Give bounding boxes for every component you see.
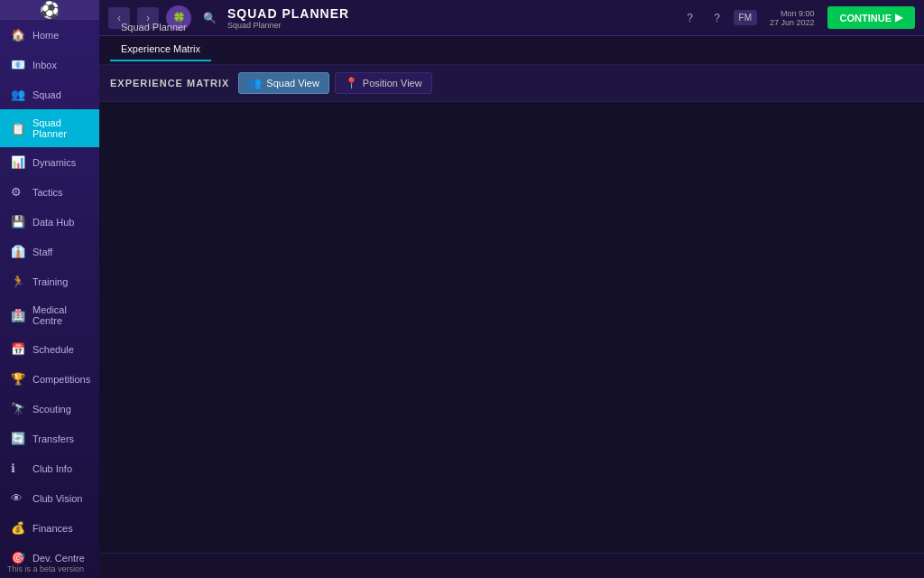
view-btn-squad[interactable]: 👥 Squad View bbox=[238, 72, 329, 94]
squad-planner-icon: 📋 bbox=[11, 122, 25, 135]
tactics-icon: ⚙ bbox=[11, 185, 25, 199]
squad-icon: 👥 bbox=[11, 88, 25, 101]
legend bbox=[99, 553, 924, 578]
sidebar-item-label-schedule: Schedule bbox=[32, 344, 74, 355]
sidebar-item-transfers[interactable]: 🔄 Transfers bbox=[0, 424, 99, 453]
help-icon-button[interactable]: ? bbox=[679, 7, 701, 29]
sidebar-item-inbox[interactable]: 📧 Inbox bbox=[0, 50, 99, 79]
sidebar-item-label-staff: Staff bbox=[32, 247, 52, 257]
player-columns bbox=[99, 102, 924, 572]
sidebar-item-dynamics[interactable]: 📊 Dynamics bbox=[0, 147, 99, 177]
dynamics-icon: 📊 bbox=[11, 155, 25, 169]
sidebar-item-label-club-info: Club Info bbox=[32, 463, 72, 474]
sidebar-item-staff[interactable]: 👔 Staff bbox=[0, 237, 99, 266]
sidebar-item-label-dynamics: Dynamics bbox=[32, 157, 76, 168]
sidebar-item-medical-centre[interactable]: 🏥 Medical Centre bbox=[0, 296, 99, 334]
sidebar-item-label-inbox: Inbox bbox=[32, 60, 57, 70]
home-icon: 🏠 bbox=[11, 28, 25, 42]
sidebar-item-label-club-vision: Club Vision bbox=[32, 493, 82, 504]
sidebar-item-label-finances: Finances bbox=[32, 523, 73, 534]
date-line2: 27 Jun 2022 bbox=[770, 18, 815, 27]
date-line1: Mon 9:00 bbox=[770, 9, 815, 18]
app-logo-icon: ⚽ bbox=[40, 0, 60, 20]
page-subtitle: Squad Planner bbox=[227, 21, 672, 30]
sidebar-item-training[interactable]: 🏃 Training bbox=[0, 266, 99, 296]
sidebar-item-squad[interactable]: 👥 Squad bbox=[0, 79, 99, 109]
sidebar-item-label-home: Home bbox=[32, 30, 59, 41]
sidebar-item-scouting[interactable]: 🔭 Scouting bbox=[0, 394, 99, 424]
finances-icon: 💰 bbox=[11, 521, 25, 535]
topbar-icons: ? ? FM Mon 9:00 27 Jun 2022 CONTINUE ▶ bbox=[679, 6, 915, 29]
transfers-icon: 🔄 bbox=[11, 432, 25, 445]
experience-matrix-header: EXPERIENCE MATRIX 👥 Squad View📍 Position… bbox=[99, 65, 924, 102]
data-hub-icon: 💾 bbox=[11, 215, 25, 228]
continue-button[interactable]: CONTINUE ▶ bbox=[827, 6, 915, 29]
medical-centre-icon: 🏥 bbox=[11, 309, 25, 322]
competitions-icon: 🏆 bbox=[11, 372, 25, 386]
page-title: SQUAD PLANNER bbox=[227, 6, 672, 21]
sidebar-item-label-data-hub: Data Hub bbox=[32, 217, 74, 228]
sidebar-item-competitions[interactable]: 🏆 Competitions bbox=[0, 364, 99, 394]
subnav: Squad PlannerExperience MatrixReport ▾ bbox=[99, 36, 924, 65]
continue-arrow-icon: ▶ bbox=[895, 12, 902, 23]
sidebar: ⚽ 🏠 Home📧 Inbox👥 Squad📋 Squad Planner📊 D… bbox=[0, 0, 99, 578]
subnav-item-squad-planner[interactable]: Squad Planner bbox=[110, 16, 211, 38]
sidebar-item-label-squad: Squad bbox=[32, 89, 61, 100]
sidebar-item-club-vision[interactable]: 👁 Club Vision bbox=[0, 483, 99, 513]
sidebar-item-finances[interactable]: 💰 Finances bbox=[0, 513, 99, 543]
sidebar-item-home[interactable]: 🏠 Home bbox=[0, 20, 99, 50]
sidebar-item-club-info[interactable]: ℹ Club Info bbox=[0, 453, 99, 483]
sidebar-item-label-medical-centre: Medical Centre bbox=[32, 304, 88, 326]
position-view-icon: 📍 bbox=[345, 77, 358, 89]
experience-matrix-title: EXPERIENCE MATRIX bbox=[110, 78, 229, 89]
sidebar-item-label-dev-centre: Dev. Centre bbox=[32, 553, 85, 564]
view-toggle: 👥 Squad View📍 Position View bbox=[238, 72, 431, 94]
club-info-icon: ℹ bbox=[11, 461, 25, 475]
scouting-icon: 🔭 bbox=[11, 402, 25, 415]
training-icon: 🏃 bbox=[11, 275, 25, 288]
sidebar-item-label-scouting: Scouting bbox=[32, 404, 71, 415]
sidebar-item-label-squad-planner: Squad Planner bbox=[32, 117, 88, 139]
view-btn-position[interactable]: 📍 Position View bbox=[335, 72, 432, 94]
sidebar-item-label-transfers: Transfers bbox=[32, 434, 74, 444]
sidebar-item-squad-planner[interactable]: 📋 Squad Planner bbox=[0, 109, 99, 147]
main-content: EXPERIENCE MATRIX 👥 Squad View📍 Position… bbox=[99, 65, 924, 578]
continue-label: CONTINUE bbox=[840, 13, 892, 23]
inbox-icon: 📧 bbox=[11, 58, 25, 71]
sidebar-item-label-competitions: Competitions bbox=[32, 374, 90, 385]
subnav-item-experience-matrix[interactable]: Experience Matrix bbox=[110, 38, 211, 61]
staff-icon: 👔 bbox=[11, 245, 25, 258]
topbar: ‹ › 🍀 🔍 SQUAD PLANNER Squad Planner ? ? … bbox=[99, 0, 924, 36]
page-title-area: SQUAD PLANNER Squad Planner bbox=[227, 6, 672, 30]
game-date: Mon 9:00 27 Jun 2022 bbox=[762, 9, 822, 27]
position-view-label: Position View bbox=[363, 78, 422, 89]
squad-view-icon: 👥 bbox=[248, 77, 262, 89]
sidebar-item-tactics[interactable]: ⚙ Tactics bbox=[0, 177, 99, 207]
sidebar-item-data-hub[interactable]: 💾 Data Hub bbox=[0, 207, 99, 237]
sidebar-logo: ⚽ bbox=[0, 0, 99, 20]
sidebar-item-label-training: Training bbox=[32, 276, 68, 287]
sidebar-item-schedule[interactable]: 📅 Schedule bbox=[0, 334, 99, 364]
beta-label: This is a beta version bbox=[7, 564, 84, 573]
dev-centre-icon: 🎯 bbox=[11, 551, 25, 564]
schedule-icon: 📅 bbox=[11, 342, 25, 356]
sidebar-nav: 🏠 Home📧 Inbox👥 Squad📋 Squad Planner📊 Dyn… bbox=[0, 20, 99, 578]
squad-view-label: Squad View bbox=[266, 78, 319, 89]
fm-badge: FM bbox=[734, 10, 757, 25]
help2-icon-button[interactable]: ? bbox=[707, 7, 728, 29]
sidebar-item-label-tactics: Tactics bbox=[32, 187, 63, 198]
club-vision-icon: 👁 bbox=[11, 491, 25, 505]
